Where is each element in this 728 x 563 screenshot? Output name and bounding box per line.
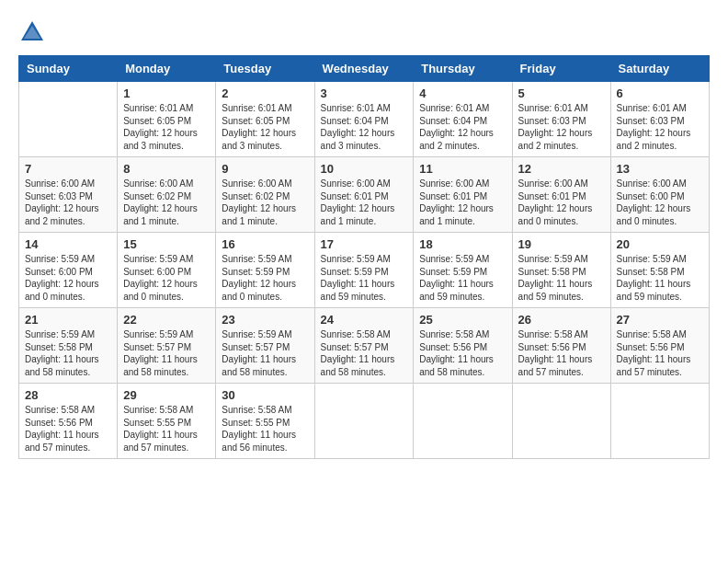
day-cell: 1Sunrise: 6:01 AM Sunset: 6:05 PM Daylig… xyxy=(118,82,216,157)
day-number: 19 xyxy=(518,237,605,251)
week-row: 1Sunrise: 6:01 AM Sunset: 6:05 PM Daylig… xyxy=(19,82,710,157)
day-cell: 13Sunrise: 6:00 AM Sunset: 6:00 PM Dayli… xyxy=(610,157,709,233)
column-header-wednesday: Wednesday xyxy=(314,56,414,82)
day-info: Sunrise: 6:01 AM Sunset: 6:05 PM Dayligh… xyxy=(222,102,308,152)
day-cell: 15Sunrise: 5:59 AM Sunset: 6:00 PM Dayli… xyxy=(118,233,216,308)
day-cell: 22Sunrise: 5:59 AM Sunset: 5:57 PM Dayli… xyxy=(118,308,216,384)
day-cell xyxy=(414,384,512,459)
day-number: 29 xyxy=(123,388,210,402)
day-cell: 18Sunrise: 5:59 AM Sunset: 5:59 PM Dayli… xyxy=(414,233,512,308)
day-number: 27 xyxy=(617,313,703,327)
day-info: Sunrise: 5:59 AM Sunset: 5:57 PM Dayligh… xyxy=(222,328,308,378)
day-cell: 2Sunrise: 6:01 AM Sunset: 6:05 PM Daylig… xyxy=(216,82,314,157)
day-number: 17 xyxy=(321,237,408,251)
day-number: 10 xyxy=(321,162,408,176)
day-info: Sunrise: 5:58 AM Sunset: 5:55 PM Dayligh… xyxy=(123,404,210,454)
day-cell: 20Sunrise: 5:59 AM Sunset: 5:58 PM Dayli… xyxy=(610,233,709,308)
week-row: 21Sunrise: 5:59 AM Sunset: 5:58 PM Dayli… xyxy=(19,308,710,384)
day-number: 25 xyxy=(419,313,506,327)
day-number: 22 xyxy=(123,313,210,327)
day-cell: 3Sunrise: 6:01 AM Sunset: 6:04 PM Daylig… xyxy=(314,82,414,157)
column-header-thursday: Thursday xyxy=(414,56,512,82)
day-info: Sunrise: 6:01 AM Sunset: 6:04 PM Dayligh… xyxy=(321,102,408,152)
column-header-friday: Friday xyxy=(512,56,610,82)
day-cell xyxy=(19,82,118,157)
day-info: Sunrise: 5:59 AM Sunset: 6:00 PM Dayligh… xyxy=(123,253,210,303)
day-number: 6 xyxy=(617,86,703,100)
day-number: 24 xyxy=(321,313,408,327)
day-cell: 24Sunrise: 5:58 AM Sunset: 5:57 PM Dayli… xyxy=(314,308,414,384)
page-header xyxy=(18,18,710,46)
day-info: Sunrise: 5:58 AM Sunset: 5:56 PM Dayligh… xyxy=(25,404,111,454)
day-cell: 19Sunrise: 5:59 AM Sunset: 5:58 PM Dayli… xyxy=(512,233,610,308)
day-number: 5 xyxy=(518,86,605,100)
day-cell: 16Sunrise: 5:59 AM Sunset: 5:59 PM Dayli… xyxy=(216,233,314,308)
day-info: Sunrise: 6:01 AM Sunset: 6:03 PM Dayligh… xyxy=(617,102,703,152)
week-row: 14Sunrise: 5:59 AM Sunset: 6:00 PM Dayli… xyxy=(19,233,710,308)
day-info: Sunrise: 6:00 AM Sunset: 6:02 PM Dayligh… xyxy=(123,178,210,227)
day-cell: 4Sunrise: 6:01 AM Sunset: 6:04 PM Daylig… xyxy=(414,82,512,157)
day-number: 8 xyxy=(123,162,210,176)
day-info: Sunrise: 5:58 AM Sunset: 5:57 PM Dayligh… xyxy=(321,328,408,378)
day-cell: 27Sunrise: 5:58 AM Sunset: 5:56 PM Dayli… xyxy=(610,308,709,384)
day-info: Sunrise: 5:59 AM Sunset: 5:59 PM Dayligh… xyxy=(321,253,408,303)
day-info: Sunrise: 6:01 AM Sunset: 6:05 PM Dayligh… xyxy=(123,102,210,152)
day-cell: 17Sunrise: 5:59 AM Sunset: 5:59 PM Dayli… xyxy=(314,233,414,308)
day-cell xyxy=(512,384,610,459)
day-number: 2 xyxy=(222,86,308,100)
day-info: Sunrise: 5:58 AM Sunset: 5:55 PM Dayligh… xyxy=(222,404,308,454)
day-cell: 30Sunrise: 5:58 AM Sunset: 5:55 PM Dayli… xyxy=(216,384,314,459)
day-cell: 7Sunrise: 6:00 AM Sunset: 6:03 PM Daylig… xyxy=(19,157,118,233)
day-number: 12 xyxy=(518,162,605,176)
day-info: Sunrise: 6:00 AM Sunset: 6:00 PM Dayligh… xyxy=(617,178,703,227)
day-info: Sunrise: 6:00 AM Sunset: 6:01 PM Dayligh… xyxy=(518,178,605,227)
logo xyxy=(18,18,51,46)
calendar-table: SundayMondayTuesdayWednesdayThursdayFrid… xyxy=(18,55,710,459)
day-info: Sunrise: 5:58 AM Sunset: 5:56 PM Dayligh… xyxy=(617,328,703,378)
week-row: 28Sunrise: 5:58 AM Sunset: 5:56 PM Dayli… xyxy=(19,384,710,459)
day-info: Sunrise: 6:01 AM Sunset: 6:04 PM Dayligh… xyxy=(419,102,506,152)
column-header-monday: Monday xyxy=(118,56,216,82)
day-number: 20 xyxy=(617,237,703,251)
day-number: 14 xyxy=(25,237,111,251)
day-cell: 9Sunrise: 6:00 AM Sunset: 6:02 PM Daylig… xyxy=(216,157,314,233)
day-cell: 8Sunrise: 6:00 AM Sunset: 6:02 PM Daylig… xyxy=(118,157,216,233)
day-cell: 28Sunrise: 5:58 AM Sunset: 5:56 PM Dayli… xyxy=(19,384,118,459)
day-number: 26 xyxy=(518,313,605,327)
day-number: 13 xyxy=(617,162,703,176)
column-header-tuesday: Tuesday xyxy=(216,56,314,82)
day-number: 7 xyxy=(25,162,111,176)
day-info: Sunrise: 5:59 AM Sunset: 5:58 PM Dayligh… xyxy=(617,253,703,303)
day-info: Sunrise: 5:59 AM Sunset: 6:00 PM Dayligh… xyxy=(25,253,111,303)
day-info: Sunrise: 6:00 AM Sunset: 6:02 PM Dayligh… xyxy=(222,178,308,227)
day-info: Sunrise: 5:59 AM Sunset: 5:58 PM Dayligh… xyxy=(25,328,111,378)
day-cell: 6Sunrise: 6:01 AM Sunset: 6:03 PM Daylig… xyxy=(610,82,709,157)
day-info: Sunrise: 5:59 AM Sunset: 5:59 PM Dayligh… xyxy=(419,253,506,303)
day-info: Sunrise: 5:59 AM Sunset: 5:59 PM Dayligh… xyxy=(222,253,308,303)
day-number: 11 xyxy=(419,162,506,176)
day-cell: 11Sunrise: 6:00 AM Sunset: 6:01 PM Dayli… xyxy=(414,157,512,233)
day-cell: 14Sunrise: 5:59 AM Sunset: 6:00 PM Dayli… xyxy=(19,233,118,308)
day-info: Sunrise: 6:01 AM Sunset: 6:03 PM Dayligh… xyxy=(518,102,605,152)
day-number: 21 xyxy=(25,313,111,327)
logo-icon xyxy=(18,18,46,46)
day-info: Sunrise: 6:00 AM Sunset: 6:03 PM Dayligh… xyxy=(25,178,111,227)
day-info: Sunrise: 5:58 AM Sunset: 5:56 PM Dayligh… xyxy=(518,328,605,378)
day-info: Sunrise: 5:59 AM Sunset: 5:58 PM Dayligh… xyxy=(518,253,605,303)
day-number: 16 xyxy=(222,237,308,251)
day-info: Sunrise: 6:00 AM Sunset: 6:01 PM Dayligh… xyxy=(321,178,408,227)
day-number: 23 xyxy=(222,313,308,327)
day-number: 15 xyxy=(123,237,210,251)
day-cell: 29Sunrise: 5:58 AM Sunset: 5:55 PM Dayli… xyxy=(118,384,216,459)
day-number: 9 xyxy=(222,162,308,176)
day-cell: 12Sunrise: 6:00 AM Sunset: 6:01 PM Dayli… xyxy=(512,157,610,233)
day-info: Sunrise: 5:58 AM Sunset: 5:56 PM Dayligh… xyxy=(419,328,506,378)
week-row: 7Sunrise: 6:00 AM Sunset: 6:03 PM Daylig… xyxy=(19,157,710,233)
day-number: 1 xyxy=(123,86,210,100)
day-cell: 23Sunrise: 5:59 AM Sunset: 5:57 PM Dayli… xyxy=(216,308,314,384)
day-cell: 10Sunrise: 6:00 AM Sunset: 6:01 PM Dayli… xyxy=(314,157,414,233)
day-cell: 26Sunrise: 5:58 AM Sunset: 5:56 PM Dayli… xyxy=(512,308,610,384)
day-number: 4 xyxy=(419,86,506,100)
day-number: 30 xyxy=(222,388,308,402)
day-cell: 21Sunrise: 5:59 AM Sunset: 5:58 PM Dayli… xyxy=(19,308,118,384)
